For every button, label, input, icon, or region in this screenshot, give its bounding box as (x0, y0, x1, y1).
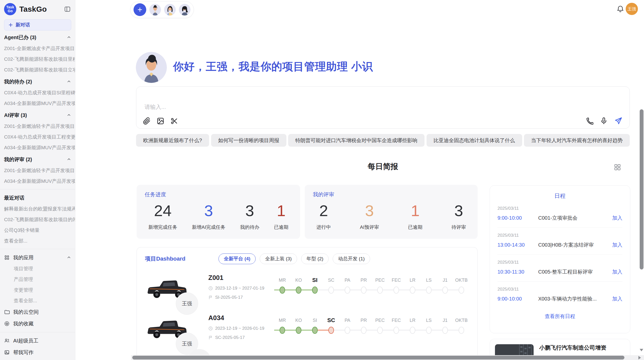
event-date: 2025/03/11 (497, 233, 622, 238)
dashboard-header: 项目Dashboard 全新平台 (4) 全新上装 (3) 年型 (2) 动总开… (145, 253, 469, 264)
chevron-up-icon (67, 256, 71, 260)
attachment-icon[interactable] (143, 117, 151, 125)
horizontal-scrollbar-thumb[interactable] (132, 356, 624, 359)
milestone-label: OKTB (453, 316, 470, 325)
event-date: 2025/03/11 (497, 260, 622, 265)
vertical-scrollbar-thumb[interactable] (640, 109, 643, 269)
sidebar-item[interactable]: A034-全新新能源MUV产品开发项目法规符合性评审 (0, 142, 75, 153)
milestone-dot-row (290, 284, 307, 296)
sidebar-collapse-button[interactable] (64, 6, 71, 13)
scroll-down-arrow-icon[interactable] (640, 349, 643, 351)
milestone-label: PR (356, 316, 372, 325)
stat-label: 待评审 (451, 224, 466, 231)
dashboard-tab[interactable]: 年型 (2) (301, 253, 329, 264)
sidebar-item-ai-staff[interactable]: AI超级员工 (0, 335, 75, 347)
milestone: FEC (388, 316, 404, 336)
sidebar-item[interactable]: C02-飞腾新能源轻客改款项目立项汇报方案 (0, 65, 75, 75)
event-date: 2025/03/11 (497, 287, 622, 292)
session-avatar-1[interactable] (149, 4, 161, 16)
recent-chat-item[interactable]: C02-飞腾新能源轻客改款项目的闭环通告反馈情况 (0, 214, 75, 225)
view-all-schedule-link[interactable]: 查看所有日程 (490, 313, 630, 320)
event-join-link[interactable]: 加入 (612, 295, 622, 302)
project-row[interactable]: 王强 A034 2023-12-19 ~ 2026-01-19 SC-2025-… (145, 313, 469, 353)
project-owner-name: 王强 (182, 340, 192, 347)
scissors-icon[interactable] (170, 117, 178, 125)
event-join-link[interactable]: 加入 (612, 268, 622, 275)
clock-icon (208, 326, 213, 331)
favorites-label: 我的收藏 (13, 320, 34, 327)
app-subitem[interactable]: 项目管理 (0, 263, 75, 274)
recent-chat-item[interactable]: 解释最新出台的欧盟报废车法规再生塑料比例被调至15%... (0, 204, 75, 214)
phone-call-icon[interactable] (586, 117, 593, 125)
sidebar-item[interactable]: C0X4-动力总成开发项目SI里程碑提交物检查 (0, 87, 75, 98)
project-rows: 王强 Z001 2023-12-19 ~ 2027-01-19 SI-2025-… (145, 273, 469, 353)
microphone-icon[interactable] (600, 117, 608, 125)
event-row: 9:00-10:00 C001-立项审批会 加入 (497, 215, 622, 221)
milestone-label: MR (274, 316, 290, 325)
notifications-bell-icon[interactable] (617, 5, 624, 13)
sidebar-item[interactable]: Z001-全新燃油轻卡产品开发项目SI造型提交物评审 (0, 121, 75, 132)
stat-item: 3 新增AI完成任务 (192, 202, 225, 231)
suggestion-chip[interactable]: 特朗普可能对进口汽车增税会对中国车企造成哪些影响 (288, 134, 425, 147)
suggestion-chip[interactable]: 比亚迪全固态电池计划具体说了什么 (427, 134, 522, 147)
suggestion-chip[interactable]: 当下年轻人对汽车外观有怎样的喜好趋势 (524, 134, 630, 147)
send-icon[interactable] (614, 117, 622, 125)
event-join-link[interactable]: 加入 (612, 242, 622, 248)
project-info: Z001 2023-12-19 ~ 2027-01-19 SI-2025-05-… (208, 273, 273, 300)
image-upload-icon[interactable] (157, 117, 164, 125)
dashboard-tab[interactable]: 全新上装 (3) (260, 253, 297, 264)
milestone-dot-row (274, 284, 290, 296)
project-flag-label: SC-2025-05-17 (215, 335, 245, 340)
suggestion-chips: 欧洲新规最近颁布了什么? 如何写一份清晰的项目周报 特朗普可能对进口汽车增税会对… (136, 134, 630, 147)
sidebar-item[interactable]: A034-全新新能源MUV产品开发项目计划变更表编写 (0, 98, 75, 109)
sidebar-section-header[interactable]: AI评审 (3) (0, 109, 75, 121)
milestone-timeline: MR KO (274, 273, 470, 296)
schedule-event: 2025/03/11 10:30-11:30 C005-整车工程目标评审 加入 (497, 255, 622, 282)
milestone-label: PA (339, 316, 356, 325)
recent-chat-item[interactable]: 查看全部... (0, 236, 75, 246)
sidebar-item[interactable]: Z001-全新燃油皮卡产品开发项目SI节点Lesson Learn报告 (0, 43, 75, 54)
app-logo: Task Go (4, 3, 16, 15)
sidebar-item-cloud-space[interactable]: 我的云空间 (0, 306, 75, 318)
milestone-dot (377, 327, 383, 334)
sidebar-item-creative-draw[interactable]: 创意制图 (0, 358, 75, 360)
user-avatar[interactable]: 王强 (626, 3, 638, 15)
milestone-label: LR (404, 276, 421, 284)
suggestion-chip[interactable]: 欧洲新规最近颁布了什么? (136, 134, 209, 147)
dashboard-tab[interactable]: 全新平台 (4) (218, 253, 256, 264)
project-row[interactable]: 王强 Z001 2023-12-19 ~ 2027-01-19 SI-2025-… (145, 273, 469, 313)
sidebar-section-header[interactable]: 我的待办 (2) (0, 76, 75, 87)
session-avatar-2[interactable] (164, 4, 176, 16)
stat-label: 我的待办 (240, 224, 259, 231)
sidebar-item-my-apps[interactable]: 我的应用 (0, 252, 75, 263)
chat-input[interactable] (144, 102, 373, 112)
sidebar-item-favorites[interactable]: 我的收藏 (0, 318, 75, 329)
suggestion-chip[interactable]: 如何写一份清晰的项目周报 (211, 134, 286, 147)
milestone-dot (459, 327, 464, 334)
sidebar-section-header[interactable]: Agent已办 (3) (0, 32, 75, 43)
assistant-avatar (136, 52, 167, 83)
milestone-dot-row (290, 325, 307, 336)
sidebar-sections: Agent已办 (3) Z001-全新燃油皮卡产品开发项目SI节点Lesson … (0, 32, 75, 187)
divider (0, 249, 75, 249)
session-avatar-3[interactable] (179, 4, 191, 16)
app-subitem[interactable]: 产品管理 (0, 274, 75, 285)
app-subitem[interactable]: 查看全部... (0, 295, 75, 306)
app-subitem[interactable]: 变更管理 (0, 285, 75, 295)
greeting-text: 你好，王强，我是你的项目管理助理 小识 (173, 59, 373, 74)
schedule-event: 2025/03/11 9:00-10:00 C001-立项审批会 加入 (497, 201, 622, 228)
sidebar-item-help-write[interactable]: 帮我写作 (0, 347, 75, 358)
sidebar-item[interactable]: C02-飞腾新能源轻客改款项目里程碑画布 (0, 54, 75, 65)
event-join-link[interactable]: 加入 (612, 215, 622, 221)
dashboard-tab[interactable]: 动总开发 (1) (333, 253, 370, 264)
sidebar-section-header[interactable]: 我的评审 (2) (0, 154, 75, 165)
stat-label: 新增完成任务 (148, 224, 177, 231)
new-session-button[interactable] (134, 3, 146, 16)
sidebar-item[interactable]: C0X4-动力总成开发项目工程变更评审 (0, 132, 75, 142)
sidebar-item[interactable]: A034-全新新能源MUV产品开发项目造型可行性评审 (0, 176, 75, 187)
layout-grid-icon[interactable] (613, 163, 621, 171)
project-flag-label: SI-2025-05-17 (215, 295, 243, 300)
new-chat-button[interactable]: 新对话 (4, 19, 71, 31)
sidebar-item[interactable]: Z001-全新燃油轻卡产品开发项目SI节点属性5D文件评审 (0, 165, 75, 176)
recent-chat-item[interactable]: 公司Q3轻卡销量 (0, 225, 75, 236)
